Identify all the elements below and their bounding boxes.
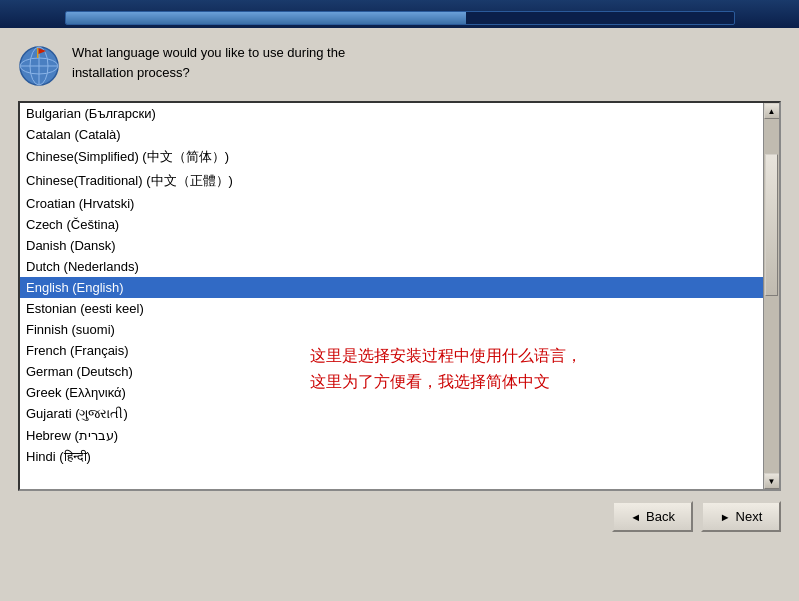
back-button[interactable]: ◄ Back <box>612 501 693 532</box>
main-content: What language would you like to use duri… <box>0 28 799 542</box>
scrollbar: ▲ ▼ <box>763 103 779 489</box>
language-list-container: Bulgarian (Български)Catalan (Català)Chi… <box>18 101 781 491</box>
language-list-item[interactable]: Greek (Ελληνικά) <box>20 382 763 403</box>
bottom-section: ◄ Back ► Next <box>18 491 781 532</box>
scroll-down-arrow-icon: ▼ <box>768 477 776 486</box>
language-list-item[interactable]: Hindi (हिन्दी) <box>20 446 763 468</box>
next-icon: ► <box>720 511 731 523</box>
header-question: What language would you like to use duri… <box>72 43 345 82</box>
language-list-item[interactable]: French (Français) <box>20 340 763 361</box>
top-bar <box>0 0 799 28</box>
scrollbar-down-button[interactable]: ▼ <box>764 473 780 489</box>
language-list-item[interactable]: Croatian (Hrvatski) <box>20 193 763 214</box>
language-list-item[interactable]: Gujarati (ગુજરાતી) <box>20 403 763 425</box>
next-button[interactable]: ► Next <box>701 501 781 532</box>
language-list-item[interactable]: Chinese(Traditional) (中文（正體）) <box>20 169 763 193</box>
svg-rect-5 <box>37 48 39 58</box>
scrollbar-thumb[interactable] <box>765 154 778 296</box>
scroll-up-arrow-icon: ▲ <box>768 107 776 116</box>
language-list-item[interactable]: Czech (Čeština) <box>20 214 763 235</box>
progress-bar-fill <box>66 12 467 24</box>
globe-icon <box>18 45 60 87</box>
language-list-item[interactable]: Catalan (Català) <box>20 124 763 145</box>
list-wrapper: Bulgarian (Български)Catalan (Català)Chi… <box>20 103 763 489</box>
scrollbar-up-button[interactable]: ▲ <box>764 103 780 119</box>
language-list[interactable]: Bulgarian (Български)Catalan (Català)Chi… <box>20 103 763 468</box>
language-list-item[interactable]: Hebrew (עברית) <box>20 425 763 446</box>
language-list-item[interactable]: Dutch (Nederlands) <box>20 256 763 277</box>
language-list-item[interactable]: Estonian (eesti keel) <box>20 298 763 319</box>
language-list-item[interactable]: Finnish (suomi) <box>20 319 763 340</box>
back-label: Back <box>646 509 675 524</box>
language-list-item[interactable]: Bulgarian (Български) <box>20 103 763 124</box>
next-label: Next <box>736 509 763 524</box>
language-list-item[interactable]: German (Deutsch) <box>20 361 763 382</box>
header-section: What language would you like to use duri… <box>18 43 781 87</box>
progress-bar-container <box>65 11 735 25</box>
back-icon: ◄ <box>630 511 641 523</box>
language-list-item[interactable]: Chinese(Simplified) (中文（简体）) <box>20 145 763 169</box>
scrollbar-track[interactable] <box>764 119 779 473</box>
language-list-item[interactable]: English (English) <box>20 277 763 298</box>
language-list-item[interactable]: Danish (Dansk) <box>20 235 763 256</box>
